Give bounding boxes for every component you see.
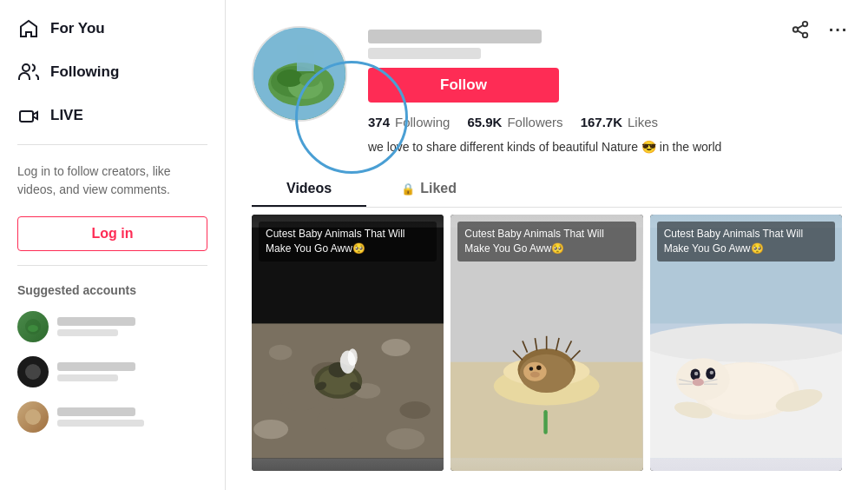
svg-point-57: [650, 323, 842, 361]
suggested-info-2: [57, 362, 135, 381]
login-prompt-text: Log in to follow creators, like videos, …: [0, 152, 225, 209]
follow-button[interactable]: Follow: [368, 68, 559, 103]
sidebar: For You Following LIVE Log in to follow …: [0, 0, 226, 490]
svg-line-9: [798, 30, 803, 34]
suggested-account-1[interactable]: [0, 304, 225, 349]
svg-point-26: [253, 420, 288, 439]
profile-name-blurred: [368, 30, 542, 43]
svg-point-35: [348, 348, 358, 366]
video-caption-3: Cutest Baby Animals That Will Make You G…: [657, 222, 835, 262]
avatar-1: [17, 311, 49, 342]
main-content: ···: [226, 0, 868, 490]
avatar-3: [17, 401, 49, 433]
profile-handle-blurred: [368, 48, 481, 59]
tab-videos[interactable]: Videos: [252, 172, 366, 207]
suggested-account-2[interactable]: [0, 349, 225, 394]
svg-rect-53: [544, 410, 548, 434]
suggested-divider: [17, 265, 207, 266]
svg-point-16: [299, 73, 320, 87]
following-label: Following: [395, 115, 450, 129]
profile-avatar-image: [253, 28, 345, 120]
profile-avatar: [252, 26, 347, 122]
svg-point-4: [25, 364, 41, 380]
tab-videos-label: Videos: [286, 181, 332, 196]
svg-point-28: [386, 428, 424, 449]
profile-avatar-wrap: [252, 26, 347, 122]
suggested-sub-1: [57, 329, 118, 336]
profile-bio: we love to share different kinds of beau…: [368, 138, 842, 156]
svg-point-50: [529, 367, 533, 370]
svg-point-51: [536, 366, 542, 371]
sidebar-live-label: LIVE: [50, 107, 83, 124]
share-button[interactable]: [788, 17, 812, 42]
suggested-sub-2: [57, 374, 118, 381]
svg-point-52: [530, 372, 540, 378]
sidebar-item-following[interactable]: Following: [0, 50, 225, 94]
sidebar-for-you-label: For You: [50, 20, 105, 37]
svg-point-0: [23, 64, 30, 71]
svg-rect-1: [20, 111, 33, 122]
profile-info: Follow 374 Following 65.9K Followers 167…: [368, 26, 842, 156]
svg-point-3: [28, 325, 38, 332]
tab-liked[interactable]: 🔒 Liked: [366, 172, 491, 207]
followers-count: 65.9K: [467, 115, 502, 129]
svg-point-27: [317, 408, 359, 432]
users-icon: [17, 61, 40, 83]
svg-point-64: [709, 371, 713, 374]
video-card-3[interactable]: Cutest Baby Animals That Will Make You G…: [650, 215, 842, 471]
video-caption-1: Cutest Baby Animals That Will Make You G…: [259, 222, 437, 262]
following-count: 374: [368, 115, 390, 129]
video-icon: [17, 104, 40, 127]
svg-point-22: [381, 339, 410, 356]
svg-point-6: [803, 22, 808, 27]
suggested-title: Suggested accounts: [0, 273, 225, 304]
avatar-2: [17, 356, 49, 387]
suggested-account-3[interactable]: [0, 394, 225, 440]
home-icon: [17, 17, 40, 40]
svg-point-7: [793, 27, 799, 32]
profile-header: Follow 374 Following 65.9K Followers 167…: [252, 17, 842, 156]
video-grid: Cutest Baby Animals That Will Make You G…: [252, 215, 842, 471]
svg-point-5: [25, 409, 41, 425]
lock-icon: 🔒: [401, 182, 415, 195]
svg-point-15: [277, 70, 303, 87]
tabs-row: Videos 🔒 Liked: [252, 172, 842, 208]
svg-line-10: [798, 25, 803, 29]
nav-divider: [17, 144, 207, 145]
sidebar-following-label: Following: [50, 63, 119, 81]
svg-point-23: [280, 390, 319, 411]
suggested-name-3: [57, 407, 135, 416]
svg-point-65: [692, 378, 703, 386]
likes-label: Likes: [628, 115, 658, 129]
video-caption-2: Cutest Baby Animals That Will Make You G…: [457, 222, 635, 262]
followers-label: Followers: [507, 115, 562, 129]
sidebar-item-for-you[interactable]: For You: [0, 7, 225, 50]
svg-point-25: [399, 401, 430, 419]
suggested-name-1: [57, 317, 135, 326]
video-card-1[interactable]: Cutest Baby Animals That Will Make You G…: [252, 215, 444, 471]
svg-point-20: [269, 345, 293, 361]
suggested-info-1: [57, 317, 135, 336]
svg-rect-17: [297, 45, 314, 71]
svg-point-63: [694, 372, 698, 375]
suggested-info-3: [57, 407, 144, 427]
likes-count: 167.7K: [581, 115, 622, 129]
tab-liked-label: Liked: [420, 181, 457, 196]
top-actions: ···: [788, 17, 851, 42]
video-card-2[interactable]: Cutest Baby Animals That Will Make You G…: [450, 215, 642, 471]
suggested-sub-3: [57, 420, 144, 427]
login-button[interactable]: Log in: [17, 216, 207, 251]
more-options-button[interactable]: ···: [826, 17, 851, 42]
suggested-name-2: [57, 362, 135, 371]
stats-row: 374 Following 65.9K Followers 167.7K Lik…: [368, 115, 842, 129]
sidebar-item-live[interactable]: LIVE: [0, 94, 225, 137]
svg-point-8: [803, 33, 808, 37]
svg-point-60: [676, 358, 730, 401]
